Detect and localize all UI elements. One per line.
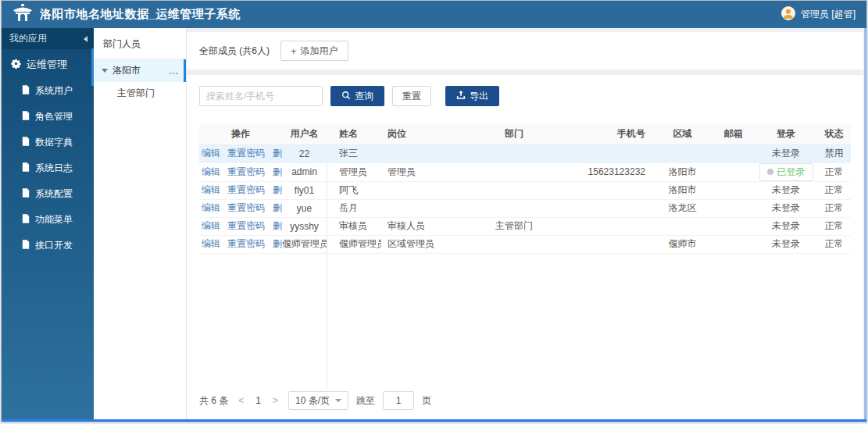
edit-link[interactable]: 编辑: [202, 166, 220, 177]
next-page-button[interactable]: >: [270, 395, 280, 406]
delete-link[interactable]: 删除: [273, 184, 282, 195]
status-cell: 正常: [817, 162, 851, 181]
username-cell: yysshy: [282, 217, 327, 235]
edit-link[interactable]: 编辑: [202, 184, 220, 195]
phone-cell: [561, 235, 653, 253]
email-cell: [712, 217, 755, 235]
table-row[interactable]: 编辑 重置密码 删除 fly01 阿飞 洛阳市 未登录 未登录 正常: [199, 181, 851, 199]
sidebar-item-6[interactable]: 接口开发: [2, 233, 94, 258]
tree-node-dept[interactable]: 主管部门: [94, 82, 186, 105]
column-header-9[interactable]: 状态: [817, 123, 851, 144]
column-header-5[interactable]: 手机号: [561, 123, 653, 144]
column-header-7[interactable]: 邮箱: [712, 123, 755, 144]
login-status-text: 未登录: [772, 202, 800, 213]
user-name-label: 管理员 [超管]: [801, 8, 855, 21]
column-header-6[interactable]: 区域: [653, 123, 712, 144]
delete-link[interactable]: 删除: [273, 148, 282, 159]
phone-cell: [561, 144, 653, 162]
name-cell: 审核员: [327, 217, 381, 235]
table-row[interactable]: 编辑 重置密码 删除 admin 管理员 管理员 15623123232 洛阳市…: [199, 162, 851, 181]
name-cell: 管理员: [327, 162, 381, 181]
post-cell: 管理员: [381, 162, 467, 181]
gate-logo-icon: [13, 4, 33, 26]
my-apps-bar[interactable]: 我的应用: [2, 28, 94, 49]
brand: 洛阳市地名地址数据_运维管理子系统: [13, 4, 241, 26]
column-header-1[interactable]: 用户名: [282, 123, 327, 144]
region-cell: [653, 217, 712, 235]
query-button[interactable]: 查询: [330, 86, 384, 106]
column-header-8[interactable]: 登录: [755, 123, 817, 144]
email-cell: [712, 235, 755, 253]
reset-password-link[interactable]: 重置密码: [227, 166, 265, 177]
tree-node-more-button[interactable]: ...: [169, 66, 179, 77]
delete-link[interactable]: 删除: [273, 238, 282, 249]
table-row[interactable]: 编辑 重置密码 删除 偃师管理员 偃师管理员 区域管理员 偃师市 未登录 未登录…: [199, 235, 851, 253]
reset-password-link[interactable]: 重置密码: [227, 148, 265, 159]
collapse-arrow-icon[interactable]: [80, 36, 88, 42]
ops-cell: 编辑 重置密码 删除: [199, 162, 282, 181]
reset-password-link[interactable]: 重置密码: [227, 220, 265, 231]
reset-password-link[interactable]: 重置密码: [227, 184, 265, 195]
edit-link[interactable]: 编辑: [202, 238, 220, 249]
page-number-1[interactable]: 1: [254, 395, 263, 406]
region-cell: 洛龙区: [653, 199, 712, 217]
page-scrollbar[interactable]: [864, 28, 866, 419]
dept-cell: [467, 181, 561, 199]
status-cell: 正常: [817, 181, 851, 199]
page-size-select[interactable]: 10 条/页: [288, 391, 348, 410]
sidebar-item-label: 接口开发: [35, 239, 73, 252]
search-input[interactable]: [199, 86, 323, 106]
table-row[interactable]: 编辑 重置密码 删除 yysshy 审核员 审核人员 主管部门 未登录 未登录 …: [199, 217, 851, 235]
jump-page-input[interactable]: [383, 391, 414, 410]
table-row[interactable]: 编辑 重置密码 删除 yue 岳月 洛龙区 未登录 未登录 正常: [199, 199, 851, 217]
name-cell: 岳月: [327, 199, 381, 217]
column-header-0[interactable]: 操作: [199, 123, 282, 144]
sidebar-item-3[interactable]: 系统日志: [2, 155, 94, 181]
prev-page-button[interactable]: <: [236, 395, 246, 406]
username-cell: 22: [282, 144, 327, 162]
export-button[interactable]: 导出: [445, 86, 499, 106]
bottom-accent-line: [2, 419, 866, 422]
table-body: 编辑 重置密码 删除 22 张三 未登录 未登录 禁用 编辑 重置密码 删除 a…: [199, 144, 851, 253]
sidebar-item-2[interactable]: 数据字典: [2, 130, 94, 155]
username-cell: admin: [282, 162, 327, 181]
table-row[interactable]: 编辑 重置密码 删除 22 张三 未登录 未登录 禁用: [199, 144, 851, 162]
sidebar-scrollbar[interactable]: [91, 48, 94, 86]
sidebar-item-0[interactable]: 系统用户: [2, 78, 94, 104]
tree-expand-caret-icon[interactable]: [102, 69, 108, 76]
name-cell: 张三: [327, 144, 381, 162]
ops-cell: 编辑 重置密码 删除: [199, 181, 282, 199]
delete-link[interactable]: 删除: [273, 202, 282, 213]
tree-node-luoyang[interactable]: 洛阳市 ...: [94, 59, 186, 82]
reset-password-link[interactable]: 重置密码: [227, 238, 265, 249]
edit-link[interactable]: 编辑: [202, 148, 220, 159]
members-count-label: 全部成员 (共6人): [199, 45, 270, 58]
status-cell: 禁用: [817, 144, 851, 162]
sidebar-item-4[interactable]: 系统配置: [2, 181, 94, 207]
export-label: 导出: [470, 90, 488, 103]
edit-link[interactable]: 编辑: [202, 202, 220, 213]
reset-button[interactable]: 重置: [392, 86, 431, 106]
column-header-4[interactable]: 部门: [467, 123, 561, 144]
sidebar-item-5[interactable]: 功能菜单: [2, 207, 94, 233]
sidebar: 我的应用 运维管理 系统用户: [2, 28, 94, 419]
delete-link[interactable]: 删除: [273, 220, 282, 231]
frame-body: 我的应用 运维管理 系统用户: [2, 28, 866, 419]
email-cell: [712, 162, 755, 181]
sidebar-item-label: 系统用户: [35, 84, 73, 98]
column-header-2[interactable]: 姓名: [327, 123, 381, 144]
delete-link[interactable]: 删除: [273, 166, 282, 177]
add-user-button[interactable]: + 添加用户: [280, 41, 348, 61]
login-status-badge: 已登录: [759, 163, 813, 181]
user-menu[interactable]: 管理员 [超管]: [781, 6, 855, 23]
edit-link[interactable]: 编辑: [202, 220, 220, 231]
name-cell: 偃师管理员: [327, 235, 381, 253]
sidebar-section-ops[interactable]: 运维管理: [2, 49, 94, 78]
tree-node-label: 洛阳市: [113, 64, 169, 77]
username-cell: yue: [282, 199, 327, 217]
column-header-3[interactable]: 岗位: [381, 123, 467, 144]
sidebar-item-1[interactable]: 角色管理: [2, 104, 94, 130]
dept-cell: [467, 235, 561, 253]
login-cell: 未登录 未登录: [755, 144, 817, 162]
reset-password-link[interactable]: 重置密码: [227, 202, 265, 213]
